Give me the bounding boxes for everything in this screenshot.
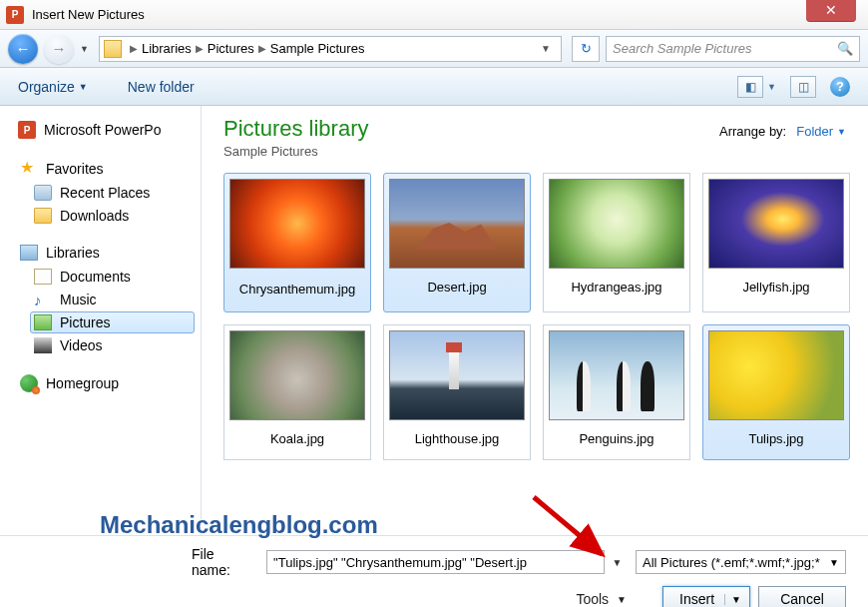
- main: Pictures library Sample Pictures Arrange…: [202, 106, 868, 535]
- crumb-libraries[interactable]: Libraries: [142, 41, 192, 56]
- navbar: ← → ▼ ▶ Libraries ▶ Pictures ▶ Sample Pi…: [0, 30, 868, 68]
- body: P Microsoft PowerPo ★ Favorites Recent P…: [0, 106, 868, 535]
- thumbnail-label: Jellyfish.jpg: [708, 273, 844, 303]
- star-icon: ★: [20, 161, 38, 177]
- videos-icon: [34, 337, 52, 353]
- close-button[interactable]: ✕: [806, 0, 856, 22]
- thumbnail-item[interactable]: Chrysanthemum.jpg: [223, 173, 371, 312]
- homegroup-icon: [20, 374, 38, 392]
- help-button[interactable]: ?: [830, 77, 850, 97]
- thumbnail-image: [549, 330, 684, 420]
- thumbnail-item[interactable]: Tulips.jpg: [702, 324, 850, 460]
- view-mode-button[interactable]: ◧: [737, 76, 763, 98]
- thumbnail-item[interactable]: Hydrangeas.jpg: [543, 173, 690, 312]
- sidebar-homegroup[interactable]: Homegroup: [16, 370, 195, 396]
- thumbnail-image: [708, 179, 844, 269]
- chevron-down-icon: ▼: [79, 82, 88, 92]
- thumbnail-image: [549, 179, 684, 269]
- chevron-down-icon: ▼: [617, 594, 627, 605]
- libraries-icon: [20, 245, 38, 261]
- insert-button[interactable]: Insert ▼: [662, 586, 750, 607]
- insert-dropdown[interactable]: ▼: [724, 594, 741, 605]
- thumbnail-label: Hydrangeas.jpg: [549, 273, 684, 303]
- new-folder-button[interactable]: New folder: [128, 79, 195, 95]
- search-placeholder: Search Sample Pictures: [613, 41, 751, 56]
- crumb-sample[interactable]: Sample Pictures: [270, 41, 365, 56]
- sidebar-app[interactable]: P Microsoft PowerPo: [16, 117, 195, 143]
- libraries-icon: [104, 40, 122, 58]
- thumbnail-label: Chrysanthemum.jpg: [229, 273, 365, 306]
- sidebar-libraries[interactable]: Libraries: [16, 241, 195, 265]
- filename-dropdown[interactable]: ▼: [613, 557, 628, 568]
- nav-history-dropdown[interactable]: ▼: [80, 44, 89, 54]
- sidebar: P Microsoft PowerPo ★ Favorites Recent P…: [0, 106, 202, 535]
- cancel-button[interactable]: Cancel: [758, 586, 846, 607]
- back-button[interactable]: ←: [8, 34, 38, 64]
- toolbar: Organize ▼ New folder ◧ ▼ ◫ ?: [0, 68, 868, 106]
- document-icon: [34, 269, 52, 285]
- sidebar-documents[interactable]: Documents: [30, 266, 195, 288]
- arrange-dropdown[interactable]: Folder ▼: [796, 124, 846, 139]
- filename-label: File name:: [192, 546, 254, 578]
- thumbnail-label: Lighthouse.jpg: [389, 424, 525, 454]
- thumbnail-label: Koala.jpg: [229, 424, 365, 454]
- forward-button[interactable]: →: [44, 34, 74, 64]
- titlebar: P Insert New Pictures: [0, 0, 868, 30]
- thumbnail-image: [229, 179, 365, 269]
- powerpoint-icon: P: [6, 6, 24, 24]
- library-subtitle: Sample Pictures: [223, 144, 850, 159]
- search-input[interactable]: Search Sample Pictures 🔍: [606, 36, 860, 62]
- thumbnail-item[interactable]: Lighthouse.jpg: [383, 324, 531, 460]
- refresh-button[interactable]: ↻: [572, 36, 600, 62]
- chevron-right-icon: ▶: [130, 43, 138, 54]
- thumbnail-item[interactable]: Penguins.jpg: [543, 324, 690, 460]
- thumbnail-item[interactable]: Jellyfish.jpg: [702, 173, 850, 312]
- sidebar-pictures[interactable]: Pictures: [30, 311, 195, 333]
- thumbnail-item[interactable]: Koala.jpg: [223, 324, 371, 460]
- footer: File name: ▼ All Pictures (*.emf;*.wmf;*…: [0, 535, 868, 607]
- sidebar-downloads[interactable]: Downloads: [30, 205, 195, 227]
- sidebar-music[interactable]: ♪ Music: [30, 289, 195, 310]
- sidebar-recent[interactable]: Recent Places: [30, 182, 195, 204]
- recent-icon: [34, 185, 52, 201]
- crumb-pictures[interactable]: Pictures: [208, 41, 254, 56]
- organize-menu[interactable]: Organize ▼: [18, 79, 88, 95]
- thumbnail-image: [708, 330, 844, 420]
- arrange-by: Arrange by: Folder ▼: [719, 124, 846, 139]
- thumbnail-label: Desert.jpg: [389, 273, 525, 303]
- chevron-down-icon: ▼: [829, 557, 839, 568]
- thumbnail-item[interactable]: Desert.jpg: [383, 173, 531, 312]
- breadcrumb-dropdown[interactable]: ▼: [535, 43, 557, 54]
- sidebar-videos[interactable]: Videos: [30, 334, 195, 356]
- preview-pane-button[interactable]: ◫: [790, 76, 816, 98]
- thumbnail-image: [389, 179, 525, 269]
- window-title: Insert New Pictures: [32, 7, 145, 22]
- view-dropdown[interactable]: ▼: [767, 82, 776, 92]
- search-icon: 🔍: [837, 41, 853, 56]
- powerpoint-icon: P: [18, 121, 36, 139]
- thumbnail-grid: Chrysanthemum.jpgDesert.jpgHydrangeas.jp…: [223, 173, 850, 460]
- arrange-label: Arrange by:: [719, 124, 786, 139]
- thumbnail-image: [389, 330, 525, 420]
- music-icon: ♪: [34, 292, 52, 307]
- thumbnail-image: [229, 330, 365, 420]
- thumbnail-label: Penguins.jpg: [549, 424, 684, 454]
- filename-input[interactable]: [266, 550, 604, 574]
- filetype-filter[interactable]: All Pictures (*.emf;*.wmf;*.jpg;* ▼: [636, 550, 846, 574]
- folder-icon: [34, 208, 52, 224]
- chevron-right-icon: ▶: [258, 43, 266, 54]
- tools-menu[interactable]: Tools ▼: [576, 591, 627, 607]
- chevron-right-icon: ▶: [196, 43, 204, 54]
- breadcrumb[interactable]: ▶ Libraries ▶ Pictures ▶ Sample Pictures…: [99, 36, 562, 62]
- pictures-icon: [34, 314, 52, 330]
- thumbnail-label: Tulips.jpg: [708, 424, 844, 454]
- chevron-down-icon: ▼: [837, 127, 846, 137]
- sidebar-favorites[interactable]: ★ Favorites: [16, 157, 195, 181]
